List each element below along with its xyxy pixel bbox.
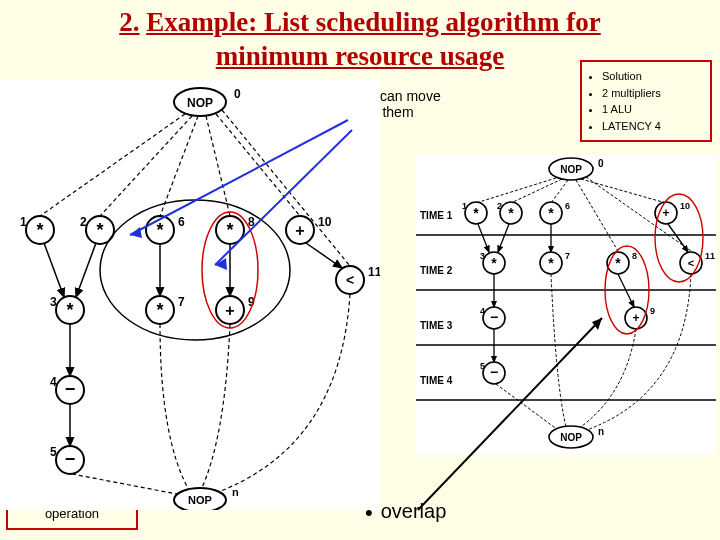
svg-text:2: 2 bbox=[80, 215, 87, 229]
svg-text:<: < bbox=[346, 272, 354, 288]
svg-text:7: 7 bbox=[565, 251, 570, 261]
svg-text:n: n bbox=[598, 426, 604, 437]
svg-text:10: 10 bbox=[680, 201, 690, 211]
svg-line-27 bbox=[44, 243, 64, 297]
svg-text:*: * bbox=[548, 205, 554, 221]
svg-text:+: + bbox=[632, 311, 639, 325]
svg-text:5: 5 bbox=[480, 361, 485, 371]
left-diagram: NOP 0 *1 *2 *6 *8 +10 <11 *3 *7 +9 −4 −5 bbox=[0, 80, 380, 510]
svg-point-121 bbox=[655, 194, 703, 282]
svg-text:−: − bbox=[65, 379, 76, 399]
svg-text:*: * bbox=[96, 220, 103, 240]
svg-text:11: 11 bbox=[368, 265, 380, 279]
svg-text:*: * bbox=[36, 220, 43, 240]
svg-text:TIME 1: TIME 1 bbox=[420, 210, 453, 221]
svg-text:*: * bbox=[156, 220, 163, 240]
svg-line-28 bbox=[76, 243, 96, 297]
svg-text:<: < bbox=[688, 257, 694, 269]
svg-text:+: + bbox=[295, 222, 304, 239]
svg-text:NOP: NOP bbox=[188, 494, 212, 506]
svg-text:3: 3 bbox=[480, 251, 485, 261]
svg-text:9: 9 bbox=[650, 306, 655, 316]
svg-text:*: * bbox=[226, 220, 233, 240]
svg-text:NOP: NOP bbox=[560, 432, 582, 443]
svg-text:TIME 3: TIME 3 bbox=[420, 320, 453, 331]
svg-line-75 bbox=[576, 180, 618, 251]
svg-text:8: 8 bbox=[632, 251, 637, 261]
svg-text:*: * bbox=[615, 255, 621, 271]
svg-text:1: 1 bbox=[20, 215, 27, 229]
svg-text:11: 11 bbox=[705, 251, 715, 261]
svg-line-49 bbox=[72, 474, 182, 495]
svg-text:*: * bbox=[156, 300, 163, 320]
svg-line-55 bbox=[130, 120, 348, 235]
svg-text:7: 7 bbox=[178, 295, 185, 309]
svg-text:*: * bbox=[548, 255, 554, 271]
solution-box: Solution 2 multipliers 1 ALU LATENCY 4 bbox=[580, 60, 712, 142]
svg-text:*: * bbox=[508, 205, 514, 221]
svg-text:NOP: NOP bbox=[560, 164, 582, 175]
svg-text:−: − bbox=[65, 449, 76, 469]
svg-text:NOP: NOP bbox=[187, 96, 213, 110]
svg-text:10: 10 bbox=[318, 215, 332, 229]
svg-text:2: 2 bbox=[497, 201, 502, 211]
title-line-2: minimum resource usage bbox=[216, 41, 504, 71]
title-line-1: Example: List scheduling algorithm for bbox=[146, 7, 601, 37]
svg-line-7 bbox=[216, 114, 300, 216]
svg-line-73 bbox=[581, 179, 666, 203]
svg-line-116 bbox=[496, 384, 558, 430]
svg-text:3: 3 bbox=[50, 295, 57, 309]
solution-item: Solution bbox=[602, 68, 706, 85]
svg-text:TIME 2: TIME 2 bbox=[420, 265, 453, 276]
svg-text:+: + bbox=[662, 206, 669, 220]
svg-line-8 bbox=[222, 110, 350, 266]
svg-line-71 bbox=[511, 179, 562, 203]
svg-line-89 bbox=[498, 224, 509, 252]
title-prefix: 2. bbox=[119, 7, 139, 37]
svg-text:4: 4 bbox=[50, 375, 57, 389]
svg-line-91 bbox=[668, 224, 688, 252]
svg-text:*: * bbox=[491, 255, 497, 271]
solution-item: 1 ALU bbox=[602, 101, 706, 118]
right-diagram: NOP 0 TIME 1 TIME 2 TIME 3 TIME 4 *1 *2 … bbox=[416, 155, 716, 455]
svg-text:4: 4 bbox=[480, 306, 485, 316]
svg-text:0: 0 bbox=[598, 158, 604, 169]
svg-point-53 bbox=[100, 200, 290, 340]
svg-text:0: 0 bbox=[234, 87, 241, 101]
svg-text:*: * bbox=[473, 205, 479, 221]
svg-text:1: 1 bbox=[462, 201, 467, 211]
svg-line-31 bbox=[306, 243, 342, 268]
solution-item: 2 multipliers bbox=[602, 85, 706, 102]
svg-text:n: n bbox=[232, 486, 239, 498]
svg-line-3 bbox=[40, 114, 185, 216]
svg-text:6: 6 bbox=[178, 215, 185, 229]
solution-item: LATENCY 4 bbox=[602, 118, 706, 135]
svg-text:−: − bbox=[490, 364, 498, 380]
svg-text:5: 5 bbox=[50, 445, 57, 459]
svg-text:*: * bbox=[66, 300, 73, 320]
svg-text:+: + bbox=[225, 302, 234, 319]
svg-text:TIME 4: TIME 4 bbox=[420, 375, 453, 386]
svg-text:−: − bbox=[490, 309, 498, 325]
svg-marker-56 bbox=[130, 227, 142, 238]
svg-text:6: 6 bbox=[565, 201, 570, 211]
svg-line-88 bbox=[478, 224, 489, 252]
svg-line-70 bbox=[476, 178, 556, 203]
svg-line-72 bbox=[551, 180, 568, 203]
